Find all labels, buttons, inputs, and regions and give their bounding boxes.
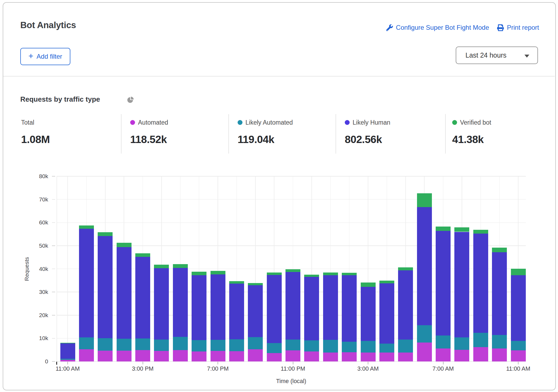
bar-segment-automated[interactable] (173, 350, 188, 361)
bar-segment-verified-bot[interactable] (323, 273, 338, 275)
bar-segment-verified-bot[interactable] (285, 269, 300, 272)
configure-super-bot-fight-mode-link[interactable]: Configure Super Bot Fight Mode (386, 24, 489, 31)
bar-segment-likely-human[interactable] (323, 275, 338, 340)
bar-segment-automated[interactable] (285, 350, 300, 361)
bar-segment-likely-human[interactable] (436, 231, 451, 335)
bar-segment-likely-automated[interactable] (398, 340, 413, 353)
bar-segment-automated[interactable] (511, 350, 526, 361)
bar-segment-likely-automated[interactable] (285, 340, 300, 350)
bar-segment-likely-automated[interactable] (454, 337, 469, 350)
bar-segment-verified-bot[interactable] (248, 283, 263, 285)
bar-segment-likely-human[interactable] (492, 252, 507, 335)
bar-segment-likely-automated[interactable] (379, 344, 394, 353)
bar-segment-likely-human[interactable] (473, 234, 488, 333)
bar-segment-likely-human[interactable] (60, 343, 75, 359)
bar-segment-automated[interactable] (192, 351, 206, 361)
bar-segment-automated[interactable] (304, 351, 319, 361)
bar-segment-likely-automated[interactable] (154, 340, 169, 351)
bar-segment-verified-bot[interactable] (361, 283, 376, 287)
bar-segment-verified-bot[interactable] (454, 227, 469, 232)
bar-segment-automated[interactable] (60, 360, 75, 361)
bar-segment-verified-bot[interactable] (342, 273, 357, 275)
bar-segment-likely-human[interactable] (267, 275, 282, 343)
bar-segment-verified-bot[interactable] (267, 273, 282, 275)
bar-segment-likely-human[interactable] (361, 287, 376, 341)
bar-segment-likely-human[interactable] (229, 284, 244, 339)
bar-segment-verified-bot[interactable] (192, 272, 206, 275)
bar-segment-automated[interactable] (117, 351, 132, 361)
bar-segment-automated[interactable] (211, 351, 225, 361)
bar-segment-likely-human[interactable] (117, 247, 132, 339)
bar-segment-verified-bot[interactable] (79, 225, 94, 229)
bar-segment-automated[interactable] (248, 349, 263, 361)
stat-likely-human[interactable]: Likely Human 802.56k (345, 119, 390, 145)
bar-segment-likely-human[interactable] (304, 277, 319, 340)
bar-segment-verified-bot[interactable] (173, 264, 188, 268)
bar-segment-verified-bot[interactable] (379, 281, 394, 283)
bar-segment-likely-human[interactable] (135, 257, 150, 338)
bar-segment-likely-automated[interactable] (248, 337, 263, 349)
bar-segment-likely-automated[interactable] (98, 338, 113, 350)
bar-segment-verified-bot[interactable] (492, 248, 507, 252)
bar-segment-likely-automated[interactable] (192, 340, 206, 351)
bar-segment-likely-human[interactable] (511, 275, 526, 341)
bar-segment-verified-bot[interactable] (473, 230, 488, 234)
bar-segment-likely-automated[interactable] (304, 340, 319, 351)
bar-segment-likely-automated[interactable] (323, 340, 338, 353)
bar-segment-likely-human[interactable] (79, 229, 94, 337)
stat-likely-automated[interactable]: Likely Automated 119.04k (238, 119, 293, 145)
bar-segment-verified-bot[interactable] (117, 243, 132, 247)
bar-segment-likely-automated[interactable] (511, 341, 526, 350)
bar-segment-likely-human[interactable] (211, 274, 225, 340)
bar-segment-verified-bot[interactable] (436, 227, 451, 231)
bar-segment-likely-automated[interactable] (342, 342, 357, 352)
bar-segment-likely-automated[interactable] (361, 341, 376, 353)
bar-segment-verified-bot[interactable] (398, 267, 413, 271)
bar-segment-automated[interactable] (492, 348, 507, 361)
bar-segment-likely-human[interactable] (417, 207, 432, 325)
bar-segment-likely-automated[interactable] (79, 337, 94, 350)
bar-segment-likely-automated[interactable] (60, 359, 75, 360)
bar-segment-automated[interactable] (267, 353, 282, 361)
bar-segment-likely-human[interactable] (248, 285, 263, 337)
bar-segment-likely-automated[interactable] (173, 337, 188, 350)
bar-segment-likely-automated[interactable] (267, 343, 282, 353)
bar-segment-automated[interactable] (436, 348, 451, 361)
bar-segment-verified-bot[interactable] (511, 269, 526, 275)
bar-segment-automated[interactable] (342, 352, 357, 361)
bar-segment-likely-automated[interactable] (117, 339, 132, 351)
add-filter-button[interactable]: + Add filter (20, 48, 70, 65)
bar-segment-verified-bot[interactable] (229, 281, 244, 284)
bar-segment-automated[interactable] (473, 347, 488, 361)
bar-segment-automated[interactable] (398, 353, 413, 361)
bar-segment-likely-human[interactable] (398, 270, 413, 339)
stat-verified-bot[interactable]: Verified bot 41.38k (452, 119, 491, 145)
bar-segment-automated[interactable] (135, 350, 150, 361)
bar-segment-automated[interactable] (417, 343, 432, 361)
bar-segment-automated[interactable] (98, 351, 113, 361)
print-report-link[interactable]: Print report (497, 24, 539, 31)
bar-segment-verified-bot[interactable] (135, 253, 150, 257)
bar-segment-automated[interactable] (79, 349, 94, 361)
bar-segment-automated[interactable] (454, 350, 469, 361)
bar-segment-automated[interactable] (229, 351, 244, 361)
bar-segment-verified-bot[interactable] (417, 193, 432, 207)
bar-segment-verified-bot[interactable] (154, 265, 169, 268)
bar-segment-likely-human[interactable] (192, 275, 206, 340)
bar-segment-likely-human[interactable] (285, 272, 300, 340)
time-range-dropdown[interactable]: Last 24 hours (456, 46, 538, 64)
bar-segment-likely-automated[interactable] (229, 339, 244, 351)
bar-segment-likely-automated[interactable] (436, 335, 451, 348)
bar-segment-likely-human[interactable] (98, 236, 113, 338)
bar-segment-likely-automated[interactable] (135, 338, 150, 350)
bar-segment-likely-automated[interactable] (417, 325, 432, 343)
bar-segment-likely-automated[interactable] (473, 333, 488, 347)
bar-segment-likely-automated[interactable] (492, 335, 507, 349)
bar-segment-verified-bot[interactable] (98, 232, 113, 236)
bar-segment-automated[interactable] (361, 353, 376, 361)
bar-segment-automated[interactable] (154, 351, 169, 361)
bar-segment-likely-human[interactable] (173, 268, 188, 337)
bar-segment-automated[interactable] (323, 353, 338, 361)
bar-segment-likely-human[interactable] (454, 232, 469, 337)
bar-segment-likely-human[interactable] (379, 283, 394, 344)
